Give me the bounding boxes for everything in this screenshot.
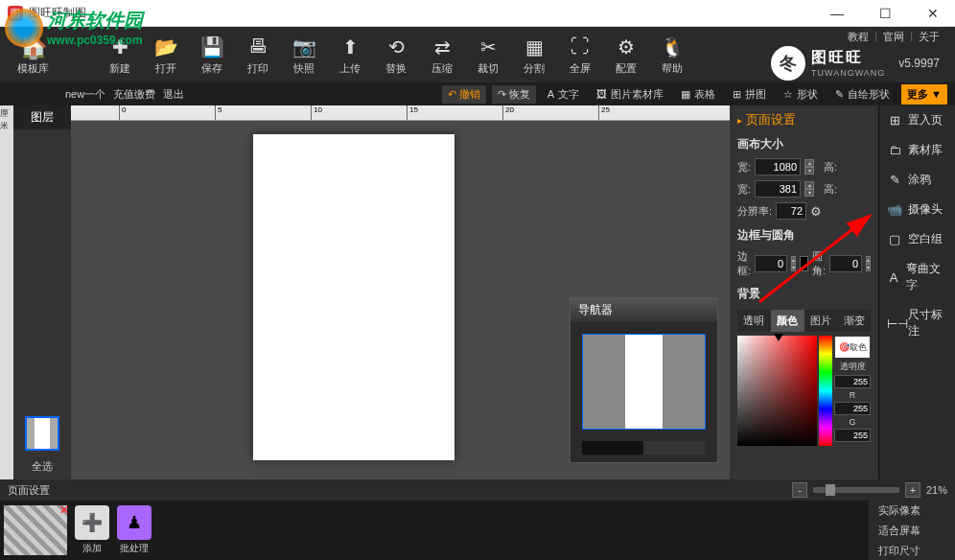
- freeshape-tool[interactable]: ✎自绘形状: [829, 85, 896, 104]
- tab-image[interactable]: 图片: [804, 310, 838, 332]
- width-spinner-2[interactable]: ▴▾: [804, 181, 814, 197]
- undo-button[interactable]: ↶撤销: [442, 85, 486, 104]
- add-page-button[interactable]: ➕添加: [75, 505, 109, 555]
- width-input-2[interactable]: [755, 180, 801, 198]
- page-thumbnail[interactable]: ✕: [4, 505, 67, 555]
- tutorial-link[interactable]: 教程: [848, 30, 869, 44]
- upload-button[interactable]: ⬆上传: [327, 31, 373, 80]
- fit-screen-button[interactable]: 适合屏幕: [869, 521, 955, 541]
- page-settings-tab[interactable]: 页面设置: [8, 483, 50, 498]
- layer-thumbnail[interactable]: [25, 416, 59, 451]
- plus-icon: ➕: [75, 505, 109, 540]
- canvas[interactable]: [253, 134, 454, 460]
- r-input[interactable]: [834, 402, 871, 415]
- hue-slider[interactable]: [819, 336, 832, 446]
- eyedropper-button[interactable]: 🎯取色: [834, 336, 871, 359]
- puzzle-tool[interactable]: ⊞拼图: [727, 85, 772, 104]
- background-label: 背景: [737, 286, 871, 302]
- star-icon: ☆: [783, 88, 793, 101]
- color-marker-icon: [774, 334, 783, 341]
- zoom-in-button[interactable]: +: [905, 482, 920, 498]
- puzzle-icon: ⊞: [733, 88, 741, 101]
- border-spinner[interactable]: ▴▾: [791, 256, 796, 271]
- help-button[interactable]: 🐧帮助: [649, 31, 695, 80]
- page-settings-header[interactable]: ▸页面设置: [737, 111, 871, 128]
- insert-page-button[interactable]: ⊞置入页: [879, 105, 955, 135]
- ruler-icon: ⊢⊣: [887, 316, 902, 331]
- snapshot-button[interactable]: 📷快照: [281, 31, 327, 80]
- minimize-button[interactable]: —: [823, 6, 851, 21]
- navigator-preview[interactable]: [582, 334, 706, 430]
- camera-button[interactable]: 📹摄像头: [879, 195, 955, 224]
- footer: ✕ ➕添加 ♟批处理 实际像素 适合屏幕 打印尺寸: [0, 501, 955, 560]
- material-library-button[interactable]: 🗀素材库: [879, 135, 955, 165]
- g-input[interactable]: [834, 429, 871, 442]
- batch-button[interactable]: ♟批处理: [117, 505, 151, 555]
- tab-gradient[interactable]: 渐变: [837, 310, 871, 332]
- tab-color[interactable]: 颜色: [771, 310, 804, 332]
- more-button[interactable]: 更多 ▼: [901, 84, 947, 105]
- fullscreen-button[interactable]: ⛶全屏: [557, 31, 603, 80]
- color-gradient[interactable]: [737, 336, 817, 446]
- zoom-slider[interactable]: [813, 487, 899, 493]
- replace-button[interactable]: ⟲替换: [373, 31, 419, 80]
- print-icon: 🖶: [245, 35, 271, 59]
- save-button[interactable]: 💾保存: [189, 31, 235, 80]
- doodle-button[interactable]: ✎涂鸦: [879, 165, 955, 195]
- zoom-out-button[interactable]: -: [792, 482, 807, 498]
- open-icon: 📂: [152, 35, 179, 59]
- radius-input[interactable]: [829, 255, 862, 272]
- app-icon: 图: [8, 6, 23, 21]
- brand-name: 图旺旺: [811, 48, 885, 68]
- resolution-gear-icon[interactable]: ⚙: [810, 204, 822, 219]
- new-button[interactable]: ✚新建: [97, 31, 143, 80]
- config-button[interactable]: ⚙配置: [603, 31, 649, 80]
- view-menu: 实际像素 适合屏幕 打印尺寸: [869, 501, 955, 560]
- navigator-panel[interactable]: 导航器: [570, 297, 718, 463]
- template-library-button[interactable]: 🏠 模板库: [8, 31, 58, 80]
- border-color-swatch[interactable]: [800, 256, 808, 271]
- table-tool[interactable]: ▦表格: [675, 85, 721, 104]
- blank-group-button[interactable]: ▢空白组: [879, 224, 955, 254]
- status-bar: 页面设置 - + 21%: [0, 479, 955, 501]
- width-spinner[interactable]: ▴▾: [804, 159, 814, 175]
- select-all-button[interactable]: 全选: [13, 459, 71, 474]
- print-size-button[interactable]: 打印尺寸: [869, 541, 955, 561]
- print-button[interactable]: 🖶打印: [235, 31, 281, 80]
- curved-text-button[interactable]: A弯曲文字: [879, 254, 955, 300]
- open-button[interactable]: 📂打开: [143, 31, 189, 80]
- zoom-value: 21%: [926, 484, 947, 496]
- breadcrumb-item[interactable]: new一个: [65, 87, 105, 102]
- official-link[interactable]: 官网: [883, 30, 904, 44]
- folder-icon: 🗀: [887, 143, 902, 157]
- text-tool[interactable]: A文字: [542, 85, 585, 104]
- breadcrumb: new一个 充值缴费 退出: [65, 87, 184, 102]
- chevron-right-icon: ▸: [737, 115, 742, 126]
- close-icon[interactable]: ✕: [59, 503, 69, 517]
- shape-tool[interactable]: ☆形状: [778, 85, 824, 104]
- breadcrumb-item[interactable]: 退出: [163, 87, 184, 102]
- resolution-input[interactable]: [776, 202, 806, 220]
- width-input-1[interactable]: [755, 158, 801, 175]
- dimension-button[interactable]: ⊢⊣尺寸标注: [879, 300, 955, 346]
- brush-icon: ✎: [887, 173, 902, 187]
- about-link[interactable]: 关于: [919, 30, 940, 44]
- redo-button[interactable]: ↷恢复: [492, 85, 536, 104]
- split-button[interactable]: ▦分割: [511, 31, 557, 80]
- opacity-input[interactable]: [834, 375, 871, 388]
- maximize-button[interactable]: ☐: [871, 6, 899, 21]
- compress-icon: ⇄: [429, 35, 455, 59]
- close-button[interactable]: ✕: [919, 6, 947, 21]
- compress-button[interactable]: ⇄压缩: [419, 31, 465, 80]
- scissors-icon: ✂: [475, 35, 501, 59]
- crop-button[interactable]: ✂裁切: [465, 31, 511, 80]
- breadcrumb-item[interactable]: 充值缴费: [113, 87, 155, 102]
- window-title: 图旺旺制图: [29, 5, 86, 21]
- radius-spinner[interactable]: ▴▾: [866, 256, 871, 271]
- actual-pixels-button[interactable]: 实际像素: [869, 501, 955, 521]
- border-input[interactable]: [755, 255, 787, 272]
- image-library-tool[interactable]: 🖼图片素材库: [591, 85, 669, 104]
- tab-transparent[interactable]: 透明: [737, 310, 771, 332]
- pen-icon: ✎: [835, 88, 844, 101]
- text-icon: A: [887, 270, 900, 285]
